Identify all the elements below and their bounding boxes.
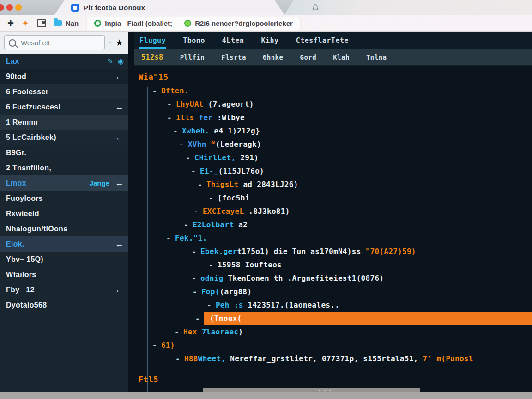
- tree-dash-icon: -: [173, 127, 178, 135]
- tree-row[interactable]: -LhyUAt (7.ageort): [134, 97, 532, 111]
- subtab-pllfin[interactable]: Pllfin: [180, 54, 205, 61]
- tree-dash-icon: -: [175, 327, 179, 336]
- tree-row[interactable]: -E2Lolbart a2: [134, 218, 532, 231]
- bookmark-label: R2i6 nencer?drglcpoolcrleker: [195, 19, 293, 27]
- tree-dash-icon: -: [152, 86, 157, 95]
- sidebar-item-b9gr-[interactable]: B9Gr.: [0, 145, 128, 160]
- tab-fluguy[interactable]: Fluguy: [139, 36, 166, 49]
- sidebar-item-label: Fby– 12: [6, 286, 111, 294]
- tree-row[interactable]: -Ei-_(115JL76o): [134, 164, 532, 178]
- tree-row[interactable]: -15958 Ioufteos: [134, 258, 532, 272]
- sidebar-item-elok-[interactable]: Elok.←: [0, 236, 128, 252]
- subtab-512s8[interactable]: 512s8: [141, 53, 163, 61]
- scrollbar-thumb[interactable]: [203, 388, 420, 392]
- spark-icon[interactable]: ✦: [22, 18, 29, 29]
- sidebar-item-6-fucfzucscesl[interactable]: 6 Fucfzucscesl←: [0, 99, 128, 115]
- tree-node-text: e4: [214, 127, 228, 135]
- tree-node-text: Fek."1.: [175, 234, 207, 242]
- tree-row[interactable]: -Peh :s 1423517.(1aoneales..: [134, 298, 532, 312]
- sidebar-item-6-foolesser[interactable]: 6 Foolesser: [0, 84, 128, 99]
- ellipsis-text: ...: [318, 385, 333, 393]
- bookmark-folder[interactable]: Nan: [54, 19, 79, 27]
- tab-4lten[interactable]: 4Lten: [222, 36, 244, 49]
- back-arrow-icon[interactable]: ←: [115, 72, 124, 81]
- dot-separator: ·: [109, 39, 111, 47]
- tree-row[interactable]: -H88Wheet, Nereffar_grstlietr, 077371p, …: [134, 352, 532, 365]
- tree-row[interactable]: -odnig TkenEonen th .Argnefiteiest1(0876…: [134, 272, 532, 285]
- tree-node-text: a2: [238, 220, 248, 229]
- sidebar-item-dyotalo568[interactable]: Dyotalo568: [0, 297, 128, 313]
- tree-node-text: 7laoraec: [202, 327, 238, 336]
- highlighted-tree-node[interactable]: (Tnoux(: [204, 312, 532, 325]
- plus-button[interactable]: +: [7, 18, 14, 28]
- zoom-window-button[interactable]: [15, 4, 22, 11]
- window-icon[interactable]: [37, 19, 46, 27]
- tree-dash-icon: -: [186, 153, 190, 162]
- back-arrow-icon[interactable]: ←: [115, 133, 124, 142]
- tree-row[interactable]: -[foc5bi: [134, 191, 532, 205]
- tree-row[interactable]: -ThigsLt ad 2843LJ26): [134, 178, 532, 191]
- bookmark-item-1[interactable]: Inpia - Fiadl (oballet;: [94, 19, 172, 27]
- back-arrow-icon[interactable]: ←: [115, 240, 124, 248]
- eye-icon[interactable]: ◉: [118, 57, 124, 66]
- tab-kihy[interactable]: Kihy: [261, 36, 279, 49]
- back-arrow-icon[interactable]: ←: [115, 103, 124, 111]
- tree-row[interactable]: -1lls fer :Wlbye: [134, 111, 532, 124]
- bookmark-item-2[interactable]: R2i6 nencer?drglcpoolcrleker: [184, 19, 293, 27]
- sidebar-item-1-remmr[interactable]: 1 Remmr: [0, 115, 128, 130]
- sidebar-item-fby-12[interactable]: Fby– 12←: [0, 282, 128, 297]
- edit-icon[interactable]: ✎: [107, 57, 113, 66]
- subtab-6hnke[interactable]: 6hnke: [263, 54, 284, 61]
- bookmarks-bar: + ✦ Nan Inpia - Fiadl (oballet; R2i6 nen…: [0, 15, 532, 32]
- tree-row[interactable]: -EXCIcayeL .8J3ko81): [134, 205, 532, 218]
- tree-row[interactable]: -61): [134, 339, 532, 352]
- tree-row[interactable]: -CHirlLet, 291): [134, 151, 532, 164]
- browser-tab-active[interactable]: Pit fcotba Donoux: [54, 0, 284, 15]
- sidebar-item-2-tnsnfiilon-[interactable]: 2 Tnsnfiilon,: [0, 160, 128, 175]
- tab-ctesflartete[interactable]: CtesflarTete: [296, 36, 349, 49]
- sidebar-item-fuoyloors[interactable]: Fuoyloors: [0, 191, 128, 206]
- tree-node-text: t175o1) die Tun as170mN4)ss: [237, 247, 365, 256]
- subtab-flsrta[interactable]: Flsrta: [221, 54, 246, 61]
- tree-node-text: Often.: [161, 86, 189, 95]
- tree-row[interactable]: -XVhn “(Lederagk): [134, 138, 532, 151]
- sidebar-item-ybv-15q-[interactable]: Ybv– 15Q): [0, 252, 128, 267]
- horizontal-scrollbar[interactable]: ...: [0, 392, 532, 399]
- tree-node-text: ): [238, 327, 243, 336]
- sidebar-item-rxwieeid[interactable]: Rxwieeid: [0, 206, 128, 221]
- search-input[interactable]: [20, 38, 100, 47]
- back-arrow-icon[interactable]: ←: [115, 285, 124, 294]
- sidebar-item-wfailors[interactable]: Wfailors: [0, 267, 128, 282]
- browser-tab-new[interactable]: [284, 0, 532, 15]
- tree-node-text: 212g}: [237, 127, 260, 135]
- search-box[interactable]: [4, 35, 105, 50]
- subtab-klah[interactable]: Klah: [333, 54, 350, 61]
- back-arrow-icon[interactable]: ←: [115, 179, 124, 187]
- sidebar-item-nhalogun-tloons[interactable]: Nhalogun/tlOons: [0, 221, 128, 236]
- search-icon: [9, 39, 16, 47]
- subtab-tnlna[interactable]: Tnlna: [366, 54, 387, 61]
- tree-row[interactable]: -Often.: [134, 84, 532, 97]
- tree-dash-icon: -: [209, 260, 213, 269]
- tab-tbono[interactable]: Tbono: [183, 36, 205, 49]
- sidebar-item-5-lccairbkek-[interactable]: 5 LcCairbkek)←: [0, 130, 128, 145]
- subtab-gord[interactable]: Gord: [300, 54, 316, 61]
- tree-row[interactable]: -Hex 7laoraec): [134, 325, 532, 339]
- sidebar-item-lmox[interactable]: LmoxJange←: [0, 175, 128, 191]
- tree-row[interactable]: -Fop((arg88): [134, 285, 532, 298]
- tree-row[interactable]: -Fek."1.: [134, 231, 532, 245]
- sidebar-item-lax[interactable]: Lax✎◉: [0, 54, 128, 69]
- minimize-window-button[interactable]: [6, 4, 13, 11]
- tree-row[interactable]: -(Tnoux(: [134, 312, 532, 325]
- tree-dash-icon: -: [167, 100, 172, 109]
- tree-row[interactable]: -Xwheh. e4 1)212g}: [134, 124, 532, 138]
- tree-row[interactable]: -Ebek.gert175o1) die Tun as170mN4)ss "70…: [134, 245, 532, 258]
- bell-icon: [311, 3, 320, 12]
- sidebar-item-90tod[interactable]: 90tod←: [0, 69, 128, 84]
- close-window-button[interactable]: [0, 4, 4, 11]
- tree-node-text: 1lls: [176, 113, 199, 122]
- star-icon[interactable]: ★: [115, 37, 123, 48]
- clock-icon: [94, 20, 101, 27]
- tree-rows: -Often.-LhyUAt (7.ageort)-1lls fer :Wlby…: [134, 84, 532, 365]
- tree-node-text: H88: [184, 354, 198, 363]
